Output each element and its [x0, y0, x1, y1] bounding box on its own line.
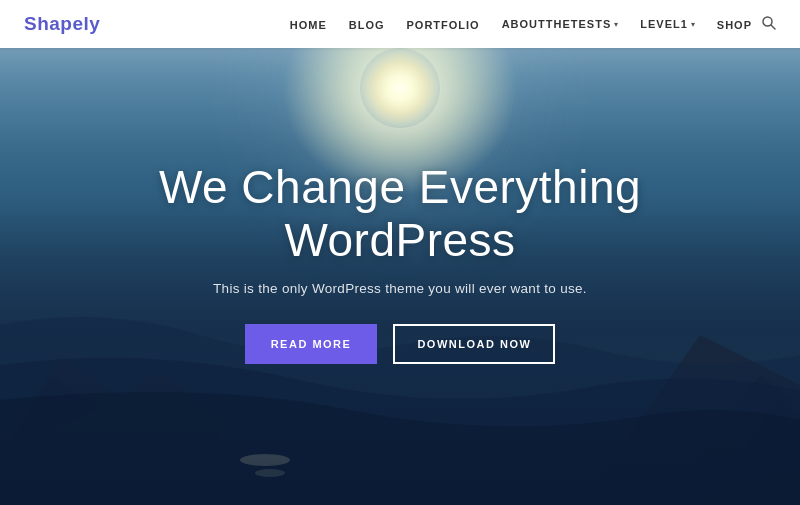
chevron-down-icon-2: ▾: [691, 20, 695, 29]
nav-link-home[interactable]: HOME: [290, 19, 327, 31]
hero-title-line1: We Change Everything: [159, 161, 641, 213]
download-now-button[interactable]: DOWNLOAD NOW: [393, 324, 555, 364]
read-more-button[interactable]: READ MORE: [245, 324, 378, 364]
sun-glow: [360, 48, 440, 128]
chevron-down-icon: ▾: [614, 20, 618, 29]
nav-link-level1[interactable]: LEVEL1: [640, 18, 688, 30]
nav-link-blog[interactable]: BLOG: [349, 19, 385, 31]
nav-item-level1[interactable]: LEVEL1 ▾: [640, 18, 695, 30]
nav-link-shop[interactable]: SHOP: [717, 19, 752, 31]
hero-content: We Change Everything WordPress This is t…: [159, 141, 641, 364]
hero-buttons: READ MORE DOWNLOAD NOW: [159, 324, 641, 364]
hero-title: We Change Everything WordPress: [159, 161, 641, 267]
nav-item-shop[interactable]: SHOP: [717, 15, 752, 33]
brand-logo[interactable]: Shapely: [24, 13, 100, 35]
nav-item-blog[interactable]: BLOG: [349, 15, 385, 33]
svg-line-1: [771, 25, 775, 29]
nav-item-aboutthetests[interactable]: ABOUTTHETESTS ▾: [502, 18, 619, 30]
nav-link-portfolio[interactable]: PORTFOLIO: [407, 19, 480, 31]
nav-item-home[interactable]: HOME: [290, 15, 327, 33]
hero-section: We Change Everything WordPress This is t…: [0, 0, 800, 505]
nav-links: HOME BLOG PORTFOLIO ABOUTTHETESTS ▾ LEVE…: [290, 15, 752, 33]
nav-item-portfolio[interactable]: PORTFOLIO: [407, 15, 480, 33]
navbar: Shapely HOME BLOG PORTFOLIO ABOUTTHETEST…: [0, 0, 800, 48]
svg-point-7: [240, 454, 290, 466]
svg-point-8: [255, 469, 285, 477]
search-button[interactable]: [762, 16, 776, 33]
nav-link-aboutthetests[interactable]: ABOUTTHETESTS: [502, 18, 612, 30]
hero-subtitle: This is the only WordPress theme you wil…: [159, 281, 641, 296]
search-icon: [762, 16, 776, 30]
hero-title-line2: WordPress: [284, 214, 515, 266]
